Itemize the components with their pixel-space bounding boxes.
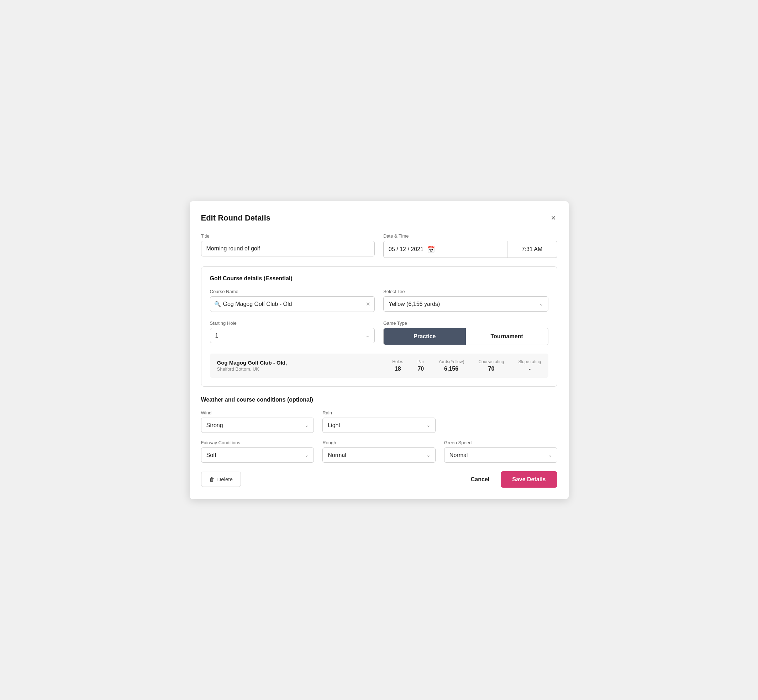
title-group: Title bbox=[201, 233, 375, 258]
wind-wrap: Calm Light Moderate Strong Very Strong ⌄ bbox=[201, 417, 314, 433]
course-stat-par: Par 70 bbox=[417, 359, 424, 372]
rough-dropdown[interactable]: Short Normal Long Very Long bbox=[323, 447, 435, 463]
wind-group: Wind Calm Light Moderate Strong Very Str… bbox=[201, 410, 314, 433]
wind-rain-row: Wind Calm Light Moderate Strong Very Str… bbox=[201, 410, 557, 433]
holes-value: 18 bbox=[395, 366, 401, 372]
fairway-rough-green-row: Fairway Conditions Wet Soft Normal Firm … bbox=[201, 440, 557, 463]
course-name-group: Course Name 🔍 ✕ bbox=[210, 289, 375, 312]
golf-course-section: Golf Course details (Essential) Course N… bbox=[201, 266, 557, 387]
modal-header: Edit Round Details × bbox=[201, 213, 557, 223]
rough-wrap: Short Normal Long Very Long ⌄ bbox=[323, 447, 435, 463]
course-name-display: Gog Magog Golf Club - Old, bbox=[217, 359, 378, 366]
close-button[interactable]: × bbox=[550, 213, 557, 223]
yards-label: Yards(Yellow) bbox=[439, 359, 464, 364]
green-speed-group: Green Speed Slow Normal Fast Very Fast ⌄ bbox=[444, 440, 557, 463]
date-time-row: 05 / 12 / 2021 📅 7:31 AM bbox=[383, 241, 557, 258]
weather-section-title: Weather and course conditions (optional) bbox=[201, 397, 557, 403]
green-speed-wrap: Slow Normal Fast Very Fast ⌄ bbox=[444, 447, 557, 463]
course-name-label: Course Name bbox=[210, 289, 375, 294]
rain-label: Rain bbox=[323, 410, 435, 416]
date-time-group: Date & Time 05 / 12 / 2021 📅 7:31 AM bbox=[383, 233, 557, 258]
tournament-button[interactable]: Tournament bbox=[466, 328, 548, 345]
course-info-name: Gog Magog Golf Club - Old, Shelford Bott… bbox=[217, 359, 378, 372]
starting-hole-group: Starting Hole 1 ⌄ bbox=[210, 320, 375, 345]
time-field[interactable]: 7:31 AM bbox=[507, 241, 557, 258]
save-button[interactable]: Save Details bbox=[501, 471, 557, 488]
fairway-wrap: Wet Soft Normal Firm Hard ⌄ bbox=[201, 447, 314, 463]
green-speed-dropdown[interactable]: Slow Normal Fast Very Fast bbox=[444, 447, 557, 463]
slope-rating-label: Slope rating bbox=[518, 359, 541, 364]
yards-value: 6,156 bbox=[444, 366, 458, 372]
course-stat-course-rating: Course rating 70 bbox=[478, 359, 504, 372]
game-type-toggle: Practice Tournament bbox=[383, 328, 548, 345]
course-rating-label: Course rating bbox=[478, 359, 504, 364]
search-icon: 🔍 bbox=[214, 301, 221, 307]
footer-row: 🗑 Delete Cancel Save Details bbox=[201, 471, 557, 488]
course-rating-value: 70 bbox=[488, 366, 495, 372]
select-tee-group: Select Tee Yellow (6,156 yards) ⌄ bbox=[383, 289, 548, 312]
select-tee-dropdown[interactable]: Yellow (6,156 yards) bbox=[383, 296, 548, 312]
game-type-label: Game Type bbox=[383, 320, 548, 326]
rain-dropdown[interactable]: None Light Moderate Heavy bbox=[323, 417, 435, 433]
time-value: 7:31 AM bbox=[522, 246, 543, 253]
date-value: 05 / 12 / 2021 bbox=[388, 246, 423, 253]
par-label: Par bbox=[417, 359, 424, 364]
title-date-row: Title Date & Time 05 / 12 / 2021 📅 7:31 … bbox=[201, 233, 557, 258]
edit-round-modal: Edit Round Details × Title Date & Time 0… bbox=[190, 201, 568, 499]
date-field[interactable]: 05 / 12 / 2021 📅 bbox=[383, 241, 507, 258]
modal-title: Edit Round Details bbox=[201, 213, 271, 223]
fairway-group: Fairway Conditions Wet Soft Normal Firm … bbox=[201, 440, 314, 463]
course-stat-slope-rating: Slope rating - bbox=[518, 359, 541, 372]
course-location: Shelford Bottom, UK bbox=[217, 366, 378, 372]
rain-wrap: None Light Moderate Heavy ⌄ bbox=[323, 417, 435, 433]
clear-icon[interactable]: ✕ bbox=[366, 301, 370, 307]
slope-rating-value: - bbox=[529, 366, 531, 372]
rain-group: Rain None Light Moderate Heavy ⌄ bbox=[323, 410, 435, 433]
select-tee-wrap: Yellow (6,156 yards) ⌄ bbox=[383, 296, 548, 312]
title-input[interactable] bbox=[201, 241, 375, 256]
holes-label: Holes bbox=[392, 359, 403, 364]
practice-button[interactable]: Practice bbox=[384, 328, 466, 345]
golf-course-title: Golf Course details (Essential) bbox=[210, 275, 548, 282]
calendar-icon: 📅 bbox=[427, 245, 435, 253]
rough-group: Rough Short Normal Long Very Long ⌄ bbox=[323, 440, 435, 463]
course-stat-yards: Yards(Yellow) 6,156 bbox=[439, 359, 464, 372]
course-name-input[interactable] bbox=[210, 296, 375, 312]
cancel-button[interactable]: Cancel bbox=[468, 472, 492, 487]
par-value: 70 bbox=[417, 366, 424, 372]
starting-hole-dropdown[interactable]: 1 bbox=[210, 328, 375, 343]
game-type-group: Game Type Practice Tournament bbox=[383, 320, 548, 345]
rough-label: Rough bbox=[323, 440, 435, 445]
course-info-row: Gog Magog Golf Club - Old, Shelford Bott… bbox=[210, 353, 548, 378]
starting-hole-label: Starting Hole bbox=[210, 320, 375, 326]
select-tee-label: Select Tee bbox=[383, 289, 548, 294]
weather-section: Weather and course conditions (optional)… bbox=[201, 397, 557, 463]
green-speed-label: Green Speed bbox=[444, 440, 557, 445]
wind-dropdown[interactable]: Calm Light Moderate Strong Very Strong bbox=[201, 417, 314, 433]
date-time-label: Date & Time bbox=[383, 233, 557, 239]
wind-label: Wind bbox=[201, 410, 314, 416]
course-name-search-wrap: 🔍 ✕ bbox=[210, 296, 375, 312]
title-label: Title bbox=[201, 233, 375, 239]
fairway-label: Fairway Conditions bbox=[201, 440, 314, 445]
trash-icon: 🗑 bbox=[209, 476, 215, 482]
footer-right: Cancel Save Details bbox=[468, 471, 557, 488]
hole-gametype-row: Starting Hole 1 ⌄ Game Type Practice Tou… bbox=[210, 320, 548, 345]
fairway-dropdown[interactable]: Wet Soft Normal Firm Hard bbox=[201, 447, 314, 463]
delete-label: Delete bbox=[218, 476, 233, 482]
delete-button[interactable]: 🗑 Delete bbox=[201, 472, 241, 487]
course-stat-holes: Holes 18 bbox=[392, 359, 403, 372]
course-tee-row: Course Name 🔍 ✕ Select Tee Yellow (6,156… bbox=[210, 289, 548, 312]
starting-hole-wrap: 1 ⌄ bbox=[210, 328, 375, 343]
